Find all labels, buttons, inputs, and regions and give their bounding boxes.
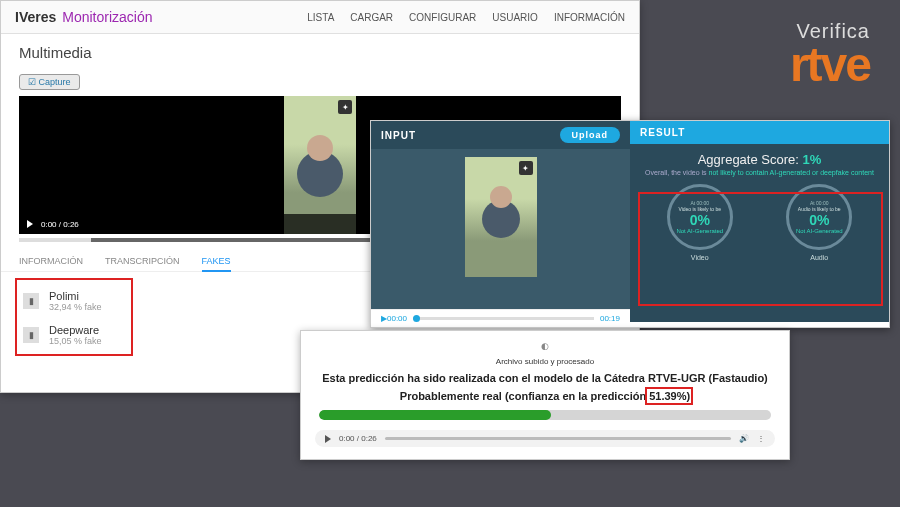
thumb-badge-icon: ✦ xyxy=(519,161,533,175)
mon-logo: IVeres xyxy=(15,9,56,25)
play-icon[interactable] xyxy=(325,435,331,443)
bars-icon: ▮ xyxy=(23,327,39,343)
pred-audio-player[interactable]: 0:00 / 0:26 🔊 xyxy=(315,430,775,447)
video-time: 0:00 / 0:26 xyxy=(41,220,79,229)
circle-audio: At 00:00 Audio is likely to be 0% Not AI… xyxy=(786,184,852,261)
agg-value: 1% xyxy=(803,152,822,167)
circle-pct: 0% xyxy=(690,212,710,228)
agg-sub-highlight: not likely to contain AI-generated or de… xyxy=(709,169,874,176)
bars-icon: ▮ xyxy=(23,293,39,309)
df-result-body: Aggregate Score: 1% Overall, the video i… xyxy=(630,144,889,322)
agg-label: Aggregate Score: xyxy=(698,152,799,167)
menu-icon[interactable] xyxy=(757,434,765,443)
watermark-line2: rtve xyxy=(790,43,870,86)
aggregate-score: Aggregate Score: 1% xyxy=(640,152,879,167)
df-result-header: RESULT xyxy=(630,121,889,144)
fake-pct: 15,05 % fake xyxy=(49,336,102,346)
df-video-thumbnail: ✦ xyxy=(465,157,537,277)
agg-sub-pre: Overall, the video is xyxy=(645,169,708,176)
audio-end: 00:19 xyxy=(600,314,620,323)
prediction-panel: ◐ Archivo subido y procesado Esta predic… xyxy=(300,330,790,460)
nav-lista[interactable]: LISTA xyxy=(307,12,334,23)
circle-pct: 0% xyxy=(809,212,829,228)
tab-fakes[interactable]: FAKES xyxy=(202,256,231,272)
pred-pre: Probablemente real (confianza en la pred… xyxy=(400,390,649,402)
df-input-header: INPUT Upload xyxy=(371,121,630,149)
watermark: Verifica rtve xyxy=(790,20,870,86)
volume-icon[interactable]: 🔊 xyxy=(739,434,749,443)
audio-scrubber[interactable] xyxy=(413,317,594,320)
nav-cargar[interactable]: CARGAR xyxy=(350,12,393,23)
audio-time: 0:00 / 0:26 xyxy=(339,434,377,443)
uploaded-text: Archivo subido y procesado xyxy=(315,357,775,366)
mon-header: IVeres Monitorización LISTA CARGAR CONFI… xyxy=(1,1,639,34)
fake-pct: 32,94 % fake xyxy=(49,302,102,312)
agg-subtitle: Overall, the video is not likely to cont… xyxy=(640,169,879,176)
pred-post: ) xyxy=(687,390,691,402)
circle-caption: Audio xyxy=(786,254,852,261)
prediction-model-line: Esta predicción ha sido realizada con el… xyxy=(315,372,775,384)
circle-status: Not AI-Generated xyxy=(796,228,843,234)
input-label: INPUT xyxy=(381,130,416,141)
tab-informacion[interactable]: INFORMACIÓN xyxy=(19,256,83,267)
deepfake-detector-panel: INPUT Upload ✦ ▶ 00:00 00:19 RESULT Aggr… xyxy=(370,120,890,328)
thumb-badge-icon: ✦ xyxy=(338,100,352,114)
circle-status: Not AI-Generated xyxy=(676,228,723,234)
nav-usuario[interactable]: USUARIO xyxy=(492,12,538,23)
upload-button[interactable]: Upload xyxy=(560,127,621,143)
audio-scrubber[interactable] xyxy=(385,437,731,440)
uploaded-icon: ◐ xyxy=(315,341,775,351)
circle-video: At 00:00 Video is likely to be 0% Not AI… xyxy=(667,184,733,261)
capture-toggle[interactable]: ☑ Capture xyxy=(19,74,80,90)
tab-transcripcion[interactable]: TRANSCRIPCIÓN xyxy=(105,256,180,267)
play-icon[interactable] xyxy=(27,220,33,228)
fake-name: Polimi xyxy=(49,290,102,302)
fake-name: Deepware xyxy=(49,324,102,336)
mon-section-title: Multimedia xyxy=(1,34,639,71)
prediction-result-line: Probablemente real (confianza en la pred… xyxy=(315,390,775,402)
mon-title: Monitorización xyxy=(62,9,152,25)
nav-informacion[interactable]: INFORMACIÓN xyxy=(554,12,625,23)
mon-nav: LISTA CARGAR CONFIGURAR USUARIO INFORMAC… xyxy=(307,12,625,23)
circle-caption: Video xyxy=(667,254,733,261)
df-audio-player[interactable]: ▶ 00:00 00:19 xyxy=(371,309,630,327)
confidence-bar xyxy=(319,410,771,420)
pred-value: 51.39% xyxy=(649,390,686,402)
df-input-body: ✦ xyxy=(371,149,630,309)
nav-configurar[interactable]: CONFIGURAR xyxy=(409,12,476,23)
confidence-bar-fill xyxy=(319,410,551,420)
audio-start: 00:00 xyxy=(387,314,407,323)
